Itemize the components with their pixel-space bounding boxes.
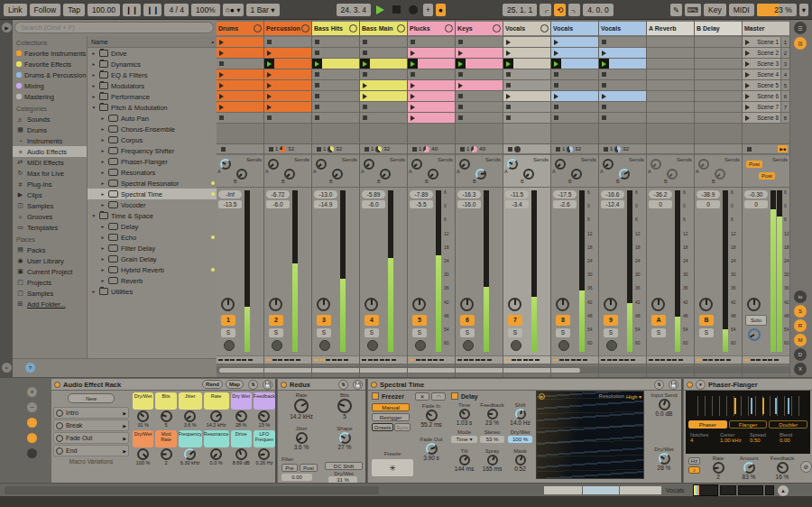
- clip-slot[interactable]: [408, 113, 455, 124]
- volume-value[interactable]: -13.5: [218, 200, 242, 208]
- mask-knob[interactable]: [515, 455, 526, 466]
- browser-fold-icon[interactable]: ▶: [2, 23, 12, 32]
- tree-item[interactable]: ▸Performance: [88, 91, 217, 102]
- volume-value[interactable]: -12.4: [601, 200, 624, 208]
- tree-item[interactable]: ▸Reverb: [88, 275, 217, 286]
- save-preset-icon[interactable]: 💾: [669, 380, 678, 390]
- shift-knob[interactable]: [515, 409, 526, 419]
- scene-launch-slot[interactable]: Scene 33: [743, 59, 789, 69]
- sidebar-item-instruments[interactable]: ◔Instruments: [13, 135, 87, 146]
- clip-slot[interactable]: [551, 59, 598, 69]
- chevron-right-icon[interactable]: ▸: [100, 224, 106, 229]
- send-b-knob[interactable]: [332, 169, 343, 180]
- chevron-down-icon[interactable]: ▾: [91, 213, 97, 218]
- tree-item[interactable]: ▸Spectral Time: [88, 189, 217, 199]
- track-header[interactable]: B Delay: [695, 22, 742, 35]
- rate-knob[interactable]: [294, 399, 309, 413]
- tilt-knob[interactable]: [459, 455, 470, 466]
- clip-slot[interactable]: [408, 59, 455, 69]
- scene-launch-slot[interactable]: Scene 22: [743, 48, 789, 59]
- tree-item[interactable]: ▸Resonators: [88, 167, 217, 178]
- tree-item[interactable]: ▸Vocoder: [88, 199, 217, 210]
- solo-button[interactable]: S: [508, 328, 522, 337]
- sidebar-item-add-folder-[interactable]: ⊞Add Folder...: [13, 299, 87, 309]
- sidebar-item-plug-ins[interactable]: #Plug-Ins: [13, 179, 87, 189]
- clip-slot[interactable]: [360, 91, 407, 102]
- clip-slot[interactable]: [264, 102, 311, 113]
- clip-slot[interactable]: [360, 80, 407, 91]
- tree-item[interactable]: ▸Chorus-Ensemble: [88, 124, 217, 134]
- track-header[interactable]: Vocals: [599, 22, 646, 35]
- clip-slot[interactable]: [599, 37, 646, 48]
- rack-title-bar[interactable]: Audio Effect Rack Rand Map ⇅ 💾: [51, 379, 275, 391]
- rand-button[interactable]: Rand: [202, 380, 223, 389]
- chevron-right-icon[interactable]: ▸: [100, 235, 106, 240]
- volume-value[interactable]: 0: [697, 200, 720, 208]
- chevron-right-icon[interactable]: ▸: [91, 83, 97, 88]
- cpu-dropdown[interactable]: ▾: [799, 4, 808, 16]
- pan-knob[interactable]: [364, 298, 378, 311]
- clip-slot[interactable]: [551, 113, 598, 124]
- tree-item[interactable]: ▸Filter Delay: [88, 243, 217, 254]
- send-a-knob[interactable]: [459, 159, 470, 170]
- send-b-knob[interactable]: [428, 169, 438, 180]
- track-activator-button[interactable]: 1: [221, 315, 235, 326]
- scene-row[interactable]: Scene 77: [743, 102, 789, 112]
- loop-button[interactable]: ⟲: [554, 4, 566, 16]
- chevron-right-icon[interactable]: ▸: [100, 137, 106, 143]
- clip-slot[interactable]: [551, 102, 598, 113]
- track-header[interactable]: A Reverb: [647, 22, 694, 35]
- clip-slot[interactable]: [360, 113, 407, 124]
- bits-knob[interactable]: [337, 399, 352, 413]
- track-activator-button[interactable]: 4: [364, 315, 379, 326]
- sidebar-item-collection[interactable]: Favorite Instruments: [13, 48, 87, 59]
- filter-value[interactable]: 0.00: [281, 474, 312, 481]
- cue-volume-knob[interactable]: [748, 328, 761, 341]
- punch-in-button[interactable]: ⌌: [540, 4, 551, 16]
- send-a-knob[interactable]: [651, 159, 661, 170]
- phase-invert-button[interactable]: ⊘: [800, 461, 812, 473]
- spectral-title-bar[interactable]: Spectral Time ⇅ 💾: [368, 379, 681, 391]
- sidebar-item-max-for-live[interactable]: ↻Max for Live: [13, 168, 87, 179]
- clip-slot[interactable]: [647, 69, 694, 80]
- clip-slot[interactable]: [312, 113, 359, 124]
- mixer-section-toggle-d[interactable]: D: [794, 348, 807, 361]
- scene-launch-slot[interactable]: Scene 44: [743, 69, 789, 80]
- volume-value[interactable]: -5.5: [410, 200, 433, 208]
- volume-value[interactable]: -16.0: [457, 200, 481, 208]
- tree-item[interactable]: ▸EQ & Filters: [88, 69, 217, 80]
- metronome-button[interactable]: ○● ▾: [223, 4, 244, 16]
- macro-add-icon[interactable]: +: [27, 387, 37, 397]
- punch-out-button[interactable]: ⌍: [568, 4, 580, 16]
- pan-knob[interactable]: [699, 298, 713, 311]
- fade-out-knob[interactable]: [426, 443, 438, 455]
- clip-slot[interactable]: [217, 91, 263, 102]
- send-a-post-button[interactable]: Post: [746, 161, 762, 168]
- send-b-knob[interactable]: [523, 169, 534, 180]
- clip-slot[interactable]: [695, 69, 742, 80]
- save-preset-icon[interactable]: 💾: [263, 380, 272, 390]
- draw-mode-button[interactable]: ✎: [670, 4, 682, 16]
- track-header[interactable]: Drums: [217, 22, 263, 35]
- dc-shift-button[interactable]: DC Shift: [325, 462, 363, 470]
- arm-button[interactable]: [606, 340, 617, 351]
- sync-button[interactable]: Sync: [394, 423, 411, 431]
- macro-label-pad[interactable]: Rate: [204, 392, 229, 410]
- clip-slot[interactable]: [551, 48, 598, 59]
- sidebar-item-collection[interactable]: Drums & Percussion: [13, 69, 87, 80]
- send-a-knob[interactable]: [603, 159, 614, 170]
- sidebar-item-midi-effects[interactable]: ⇄MIDI Effects: [13, 157, 87, 168]
- macro-label-pad[interactable]: Dry Wet: [231, 392, 252, 410]
- arm-button[interactable]: [415, 340, 426, 351]
- loop-length-field[interactable]: 4. 0. 0: [583, 4, 614, 16]
- sidebar-item-packs[interactable]: ▤Packs: [13, 244, 87, 255]
- macro-remove-icon[interactable]: −: [27, 402, 37, 412]
- sidebar-item-audio-effects[interactable]: ≡Audio Effects: [13, 146, 87, 157]
- macro-label-pad[interactable]: LFO Frequen: [254, 430, 275, 447]
- phaser-rate-knob[interactable]: [713, 462, 724, 474]
- send-a-knob[interactable]: [268, 159, 279, 170]
- redux-title-bar[interactable]: Redux ⇅ 💾: [278, 379, 365, 391]
- macro-label-pad[interactable]: Feedback: [254, 392, 275, 410]
- mixer-section-toggle-io[interactable]: io: [794, 290, 807, 303]
- send-b-knob[interactable]: [715, 169, 725, 180]
